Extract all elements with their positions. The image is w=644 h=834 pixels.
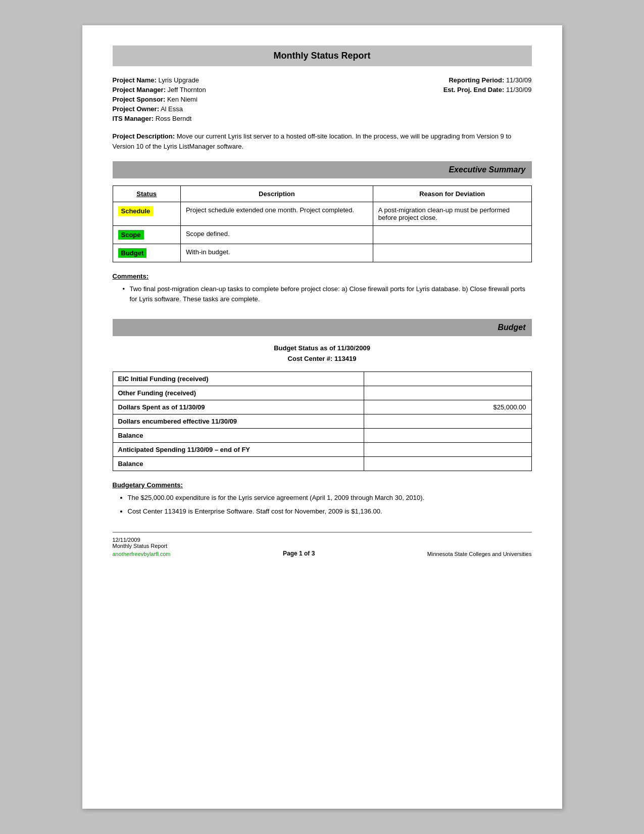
page-footer: 12/11/2009 Monthly Status Report another… (113, 532, 532, 557)
project-owner-row: Project Owner: Al Essa (113, 105, 322, 113)
end-date-row: Est. Proj. End Date: 11/30/09 (322, 86, 532, 94)
budget-row-label: EIC Initial Funding (received) (113, 372, 364, 386)
footer-org: Minnesota State Colleges and Universitie… (427, 551, 532, 557)
status-badge: Schedule (118, 206, 154, 216)
project-sponsor-value: Ken Niemi (167, 96, 197, 103)
status-badge: Scope (118, 230, 144, 240)
status-cell: Budget (113, 244, 180, 262)
status-badge: Budget (118, 248, 147, 258)
budget-row-label: Anticipated Spending 11/30/09 – end of F… (113, 442, 364, 456)
executive-summary-header: Executive Summary (113, 161, 532, 178)
reporting-period-row: Reporting Period: 11/30/09 (322, 76, 532, 84)
project-sponsor-label: Project Sponsor: (113, 96, 166, 103)
page-title: Monthly Status Report (118, 51, 527, 61)
footer-watermark: anotherfreevbylarfl.com (113, 551, 171, 557)
list-item: The $25,000.00 expenditure is for the Ly… (128, 493, 532, 503)
table-row: Other Funding (received) (113, 386, 531, 400)
status-table: Status Description Reason for Deviation … (113, 186, 532, 262)
footer-date: 12/11/2009 (113, 537, 171, 543)
list-item: Cost Center 113419 is Enterprise Softwar… (128, 506, 532, 517)
status-cell: Scope (113, 226, 180, 244)
budgetary-comments-title: Budgetary Comments: (113, 481, 532, 489)
footer-page-info: Page 1 of 3 (283, 550, 315, 557)
budget-status-title: Budget Status as of 11/30/2009 Cost Cent… (113, 343, 532, 364)
table-row: Dollars Spent as of 11/30/09$25,000.00 (113, 400, 531, 414)
budgetary-list: The $25,000.00 expenditure is for the Ly… (113, 493, 532, 517)
footer-right: Minnesota State Colleges and Universitie… (427, 551, 532, 557)
page-container: Monthly Status Report Project Name: Lyri… (82, 25, 562, 809)
its-manager-value: Ross Berndt (156, 115, 192, 122)
budget-row-value (364, 428, 531, 442)
budget-row-value (364, 372, 531, 386)
end-date-value: 11/30/09 (506, 86, 532, 94)
table-row: ScheduleProject schedule extended one mo… (113, 202, 531, 226)
footer-report-name: Monthly Status Report (113, 543, 171, 549)
footer-left: 12/11/2009 Monthly Status Report another… (113, 537, 171, 557)
its-manager-row: ITS Manager: Ross Berndt (113, 115, 322, 122)
project-owner-label: Project Owner: (113, 105, 159, 113)
table-row: BudgetWith-in budget. (113, 244, 531, 262)
budget-table: EIC Initial Funding (received)Other Fund… (113, 372, 532, 471)
reason-cell (373, 226, 531, 244)
project-info-right: Reporting Period: 11/30/09 Est. Proj. En… (322, 76, 532, 124)
project-manager-row: Project Manager: Jeff Thornton (113, 86, 322, 94)
budget-header: Budget (113, 319, 532, 336)
description-cell: Project schedule extended one month. Pro… (180, 202, 373, 226)
budget-row-value (364, 414, 531, 428)
budget-row-label: Other Funding (received) (113, 386, 364, 400)
project-manager-value: Jeff Thornton (168, 86, 206, 94)
project-name-label: Project Name: (113, 76, 157, 84)
budget-row-value (364, 456, 531, 471)
budget-title: Budget (498, 323, 525, 332)
col-reason: Reason for Deviation (373, 186, 531, 202)
project-name-row: Project Name: Lyris Upgrade (113, 76, 322, 84)
footer-center: Page 1 of 3 (283, 550, 315, 557)
reporting-period-value: 11/30/09 (506, 76, 532, 84)
project-description: Project Description: Move our current Ly… (113, 131, 532, 151)
project-manager-label: Project Manager: (113, 86, 166, 94)
budget-cost-center: Cost Center #: 113419 (288, 355, 357, 362)
budget-section: Budget Status as of 11/30/2009 Cost Cent… (113, 343, 532, 517)
budget-row-label: Balance (113, 428, 364, 442)
project-sponsor-row: Project Sponsor: Ken Niemi (113, 96, 322, 103)
description-cell: Scope defined. (180, 226, 373, 244)
col-description: Description (180, 186, 373, 202)
comments-section: Comments: Two final post-migration clean… (113, 272, 532, 304)
budget-row-label: Balance (113, 456, 364, 471)
list-item: Two final post-migration clean-up tasks … (123, 284, 532, 304)
comments-list: Two final post-migration clean-up tasks … (113, 284, 532, 304)
project-desc-label: Project Description: (113, 132, 175, 140)
table-row: Balance (113, 456, 531, 471)
project-name-value: Lyris Upgrade (159, 76, 199, 84)
table-row: Dollars encumbered effective 11/30/09 (113, 414, 531, 428)
budgetary-comments: Budgetary Comments: The $25,000.00 expen… (113, 481, 532, 517)
reason-cell (373, 244, 531, 262)
description-cell: With-in budget. (180, 244, 373, 262)
status-cell: Schedule (113, 202, 180, 226)
title-bar: Monthly Status Report (113, 45, 532, 66)
budget-row-value (364, 386, 531, 400)
comments-title: Comments: (113, 272, 532, 280)
budget-row-label: Dollars Spent as of 11/30/09 (113, 400, 364, 414)
table-row: Balance (113, 428, 531, 442)
executive-summary-title: Executive Summary (449, 165, 525, 174)
col-status: Status (113, 186, 180, 202)
its-manager-label: ITS Manager: (113, 115, 154, 122)
table-row: Anticipated Spending 11/30/09 – end of F… (113, 442, 531, 456)
budget-row-label: Dollars encumbered effective 11/30/09 (113, 414, 364, 428)
reason-cell: A post-migration clean-up must be perfor… (373, 202, 531, 226)
reporting-period-label: Reporting Period: (449, 76, 504, 84)
project-info: Project Name: Lyris Upgrade Project Mana… (113, 76, 532, 124)
budget-row-value: $25,000.00 (364, 400, 531, 414)
project-info-left: Project Name: Lyris Upgrade Project Mana… (113, 76, 322, 124)
table-row: EIC Initial Funding (received) (113, 372, 531, 386)
budget-row-value (364, 442, 531, 456)
end-date-label: Est. Proj. End Date: (443, 86, 505, 94)
budget-status-line1: Budget Status as of 11/30/2009 (274, 344, 370, 352)
project-owner-value: Al Essa (161, 105, 183, 113)
table-row: ScopeScope defined. (113, 226, 531, 244)
